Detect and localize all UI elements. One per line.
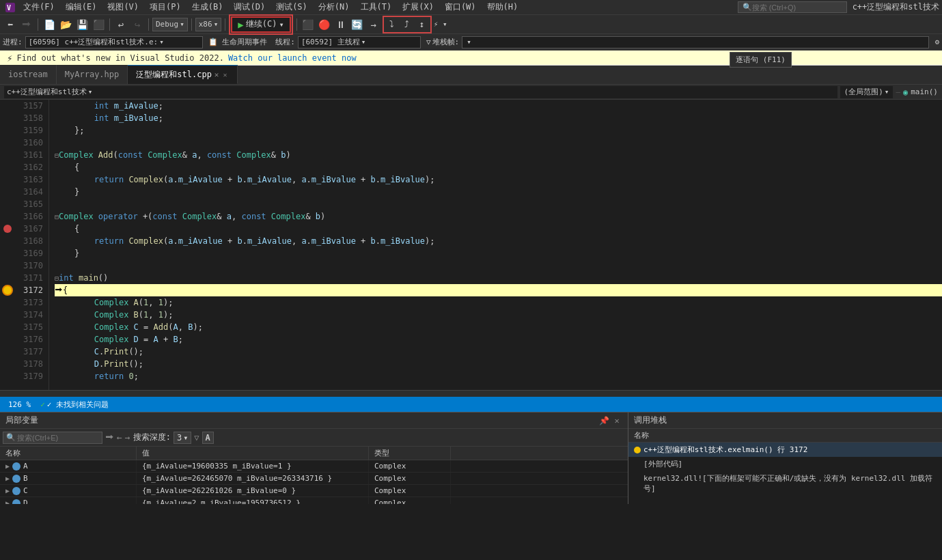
search-go-btn[interactable]: ⮕ xyxy=(105,432,114,443)
callstack-item-2[interactable]: kernel32.dll![下面的框架可能不正确和/或缺失，没有为 kernel… xyxy=(628,471,942,496)
restart-btn[interactable]: 🔄 xyxy=(350,17,365,32)
scope-dropdown[interactable]: (全局范围) ▾ xyxy=(840,86,893,98)
process-dropdown[interactable]: [60596] c++泛型编程和stl技术.e: ▾ xyxy=(25,36,203,48)
tab-close-btn[interactable]: ✕ xyxy=(221,70,228,79)
menu-project[interactable]: 项目(P) xyxy=(144,0,186,14)
var-d-value: {m_iAvalue=2 m_iBvalue=1959736512 } xyxy=(137,497,369,504)
thread-dropdown[interactable]: [60592] 主线程 ▾ xyxy=(298,36,421,48)
debug-mode-dropdown[interactable]: Debug ▾ xyxy=(152,18,188,31)
menu-window[interactable]: 窗口(W) xyxy=(439,0,482,14)
close-panel-btn[interactable]: ✕ xyxy=(611,415,622,426)
locals-search[interactable]: 🔍 xyxy=(3,432,102,444)
menu-file[interactable]: 文件(F) xyxy=(18,0,60,14)
tab-iostream[interactable]: iostream xyxy=(0,65,57,84)
callstack-item-0[interactable]: c++泛型编程和stl技术.exelmain() 行 3172 xyxy=(628,443,942,457)
menu-debug[interactable]: 调试(D) xyxy=(228,0,271,14)
more-btn[interactable]: ⚡ ▾ xyxy=(433,17,448,32)
callstack-item-1[interactable]: [外部代码] xyxy=(628,457,942,471)
next-btn[interactable]: → xyxy=(125,432,130,443)
bp-3161 xyxy=(0,149,15,161)
filter-icon: ▽ xyxy=(426,38,431,46)
continue-label: 继续(C) xyxy=(246,18,277,30)
col-name: 名称 xyxy=(0,447,137,460)
step-into-btn[interactable]: ⤵ xyxy=(385,18,400,31)
expand-d[interactable]: ▶ xyxy=(5,499,10,504)
pin-btn[interactable]: 📌 xyxy=(598,415,609,426)
horizontal-scrollbar[interactable] xyxy=(0,390,942,397)
var-row-b[interactable]: ▶ B {m_iAvalue=262465070 m_iBvalue=26334… xyxy=(0,473,628,485)
menu-extensions[interactable]: 扩展(X) xyxy=(397,0,439,14)
main-toolbar: ⬅ ⮕ 📄 📂 💾 ⬛ ↩ ↪ Debug ▾ x86 ▾ ▶ 继续(C) ▾ … xyxy=(0,15,942,34)
bp-3178 xyxy=(0,358,15,370)
ln-3161: 3161 xyxy=(15,149,43,161)
menu-view[interactable]: 视图(V) xyxy=(102,0,144,14)
menu-test[interactable]: 测试(S) xyxy=(271,0,313,14)
code-3158: int m_iBvalue; xyxy=(55,112,942,124)
bp-3176 xyxy=(0,333,15,346)
var-row-d[interactable]: ▶ D {m_iAvalue=2 m_iBvalue=1959736512 } … xyxy=(0,497,628,504)
menu-build[interactable]: 生成(B) xyxy=(186,0,229,14)
step-out-btn[interactable]: ⤴ xyxy=(400,18,415,31)
expand-a[interactable]: ▶ xyxy=(5,462,10,470)
continue-button[interactable]: ▶ 继续(C) ▾ xyxy=(231,16,290,33)
notification-link[interactable]: Watch our launch event now xyxy=(228,53,357,63)
redo-btn[interactable]: ↪ xyxy=(130,17,145,32)
back-btn[interactable]: ⬅ xyxy=(3,17,18,32)
new-file-btn[interactable]: 📄 xyxy=(42,17,57,32)
zoom-level[interactable]: 126 % xyxy=(5,400,33,409)
open-btn[interactable]: 📂 xyxy=(58,17,73,32)
var-c-icon xyxy=(12,487,20,495)
pause-btn[interactable]: ⏸ xyxy=(333,17,348,32)
ln-3176: 3176 xyxy=(15,333,43,346)
search-box[interactable]: 🔍 xyxy=(738,1,847,13)
stop-btn[interactable]: ⬛ xyxy=(301,17,316,32)
cs-icon-1 xyxy=(634,461,641,468)
expand-b[interactable]: ▶ xyxy=(5,475,10,482)
forward-btn[interactable]: ⮕ xyxy=(19,17,34,32)
problems-indicator[interactable]: ✓ ✓ 未找到相关问题 xyxy=(38,400,111,410)
ln-3163: 3163 xyxy=(15,173,43,186)
code-3176: Complex D = A + B; xyxy=(55,333,942,346)
cs-name-2: kernel32.dll![下面的框架可能不正确和/或缺失，没有为 kernel… xyxy=(643,473,937,494)
var-d-icon xyxy=(12,499,20,505)
step-addr-btn[interactable]: ↕ xyxy=(415,18,430,31)
code-3175: Complex C = Add(A, B); xyxy=(55,321,942,333)
record-btn[interactable]: 🔴 xyxy=(317,17,332,32)
bp-3171 xyxy=(0,272,15,284)
code-content[interactable]: int m_iAvalue; int m_iBvalue; }; ⊟Comple… xyxy=(49,100,942,390)
search-input[interactable] xyxy=(752,3,834,12)
expand-c[interactable]: ▶ xyxy=(5,487,10,494)
save-btn[interactable]: 💾 xyxy=(74,17,89,32)
tab-main-cpp[interactable]: 泛型编程和stl.cpp ✕ ✕ xyxy=(128,65,237,84)
search-icon: 🔍 xyxy=(6,433,16,442)
bp-3170 xyxy=(0,260,15,272)
menu-tools[interactable]: 工具(T) xyxy=(355,0,398,14)
debug-bar: 进程: [60596] c++泛型编程和stl技术.e: ▾ 📋 生命周期事件 … xyxy=(0,34,942,51)
search-icon: 🔍 xyxy=(743,3,752,12)
var-row-a[interactable]: ▶ A {m_iAvalue=19600335 m_iBvalue=1 } Co… xyxy=(0,460,628,473)
tab-myarray[interactable]: MyArray.hpp xyxy=(57,65,128,84)
scope-sep: — xyxy=(896,87,900,96)
file-path-dropdown[interactable]: c++泛型编程和stl技术 ▾ xyxy=(4,86,837,98)
step-over-btn[interactable]: → xyxy=(366,17,381,32)
ln-3177: 3177 xyxy=(15,346,43,358)
bp-3167 xyxy=(0,223,15,235)
locals-search-input[interactable] xyxy=(17,434,99,442)
platform-dropdown[interactable]: x86 ▾ xyxy=(195,18,222,31)
thread-value: [60592] 主线程 xyxy=(301,37,360,47)
code-3169: } xyxy=(55,247,942,260)
sep4 xyxy=(191,18,192,31)
prev-btn[interactable]: ← xyxy=(117,432,122,443)
undo-btn[interactable]: ↩ xyxy=(113,17,128,32)
status-bar: 126 % ✓ ✓ 未找到相关问题 xyxy=(0,397,942,412)
bp-3179 xyxy=(0,370,15,382)
menu-help[interactable]: 帮助(H) xyxy=(482,0,524,14)
file-bar: c++泛型编程和stl技术 ▾ (全局范围) ▾ — ◉ main() xyxy=(0,85,942,100)
menu-edit[interactable]: 编辑(E) xyxy=(60,0,102,14)
save-all-btn[interactable]: ⬛ xyxy=(91,17,106,32)
filter-a-btn[interactable]: A xyxy=(206,433,210,443)
menu-analyze[interactable]: 分析(N) xyxy=(313,0,355,14)
var-row-c[interactable]: ▶ C {m_iAvalue=262261026 m_iBvalue=0 } C… xyxy=(0,485,628,497)
ln-3172: 3172 xyxy=(15,284,43,296)
stack-dropdown[interactable]: ▾ xyxy=(462,36,929,48)
